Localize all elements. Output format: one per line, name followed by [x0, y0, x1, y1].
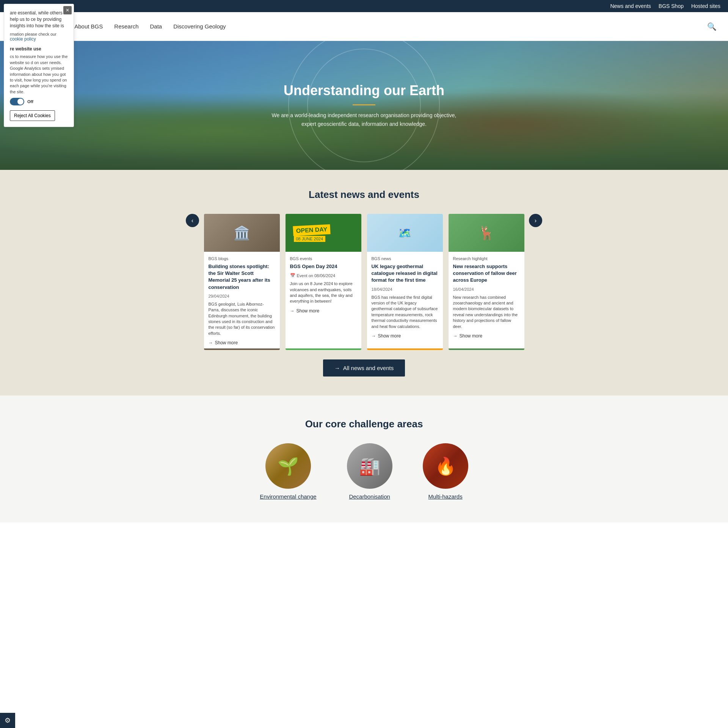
- card-tag-1: BGS blogs: [209, 256, 275, 261]
- news-card-2: OPEN DAY 08 JUNE 2024 BGS events BGS Ope…: [286, 214, 361, 350]
- hero-divider: [353, 104, 375, 105]
- all-news-button[interactable]: → All news and events: [323, 359, 405, 377]
- challenge-label-decarbonisation: Decarbonisation: [349, 493, 390, 500]
- cookie-policy-text: rmation please check our cookie policy: [10, 32, 68, 42]
- card-body-2: BGS events BGS Open Day 2024 📅 Event on …: [286, 252, 361, 318]
- card-title-4: New research supports conservation of fa…: [453, 263, 520, 284]
- nav-bgs-shop[interactable]: BGS Shop: [659, 3, 684, 9]
- main-nav: BGS British Geological Survey About BGS …: [0, 12, 728, 41]
- card-image-4: 🦌: [449, 214, 524, 252]
- card-image-2: OPEN DAY 08 JUNE 2024: [286, 214, 361, 252]
- hero-subtitle: We are a world-leading independent resea…: [269, 111, 459, 128]
- show-more-1[interactable]: → Show more: [209, 340, 238, 345]
- card-bar-2: [286, 348, 361, 350]
- nav-data[interactable]: Data: [150, 21, 162, 31]
- card-body-3: BGS news UK legacy geothermal catalogue …: [367, 252, 443, 343]
- challenge-circle-decarbonisation: 🏭: [347, 443, 392, 489]
- card-image-3: 🗺️: [367, 214, 443, 252]
- card-title-1: Building stones spotlight: the Sir Walte…: [209, 263, 275, 291]
- cookie-policy-link[interactable]: cookie policy: [10, 36, 36, 42]
- news-card-4: 🦌 Research highlight New research suppor…: [449, 214, 524, 350]
- utility-bar: News and events BGS Shop Hosted sites: [0, 0, 728, 12]
- search-button[interactable]: 🔍: [707, 22, 717, 31]
- nav-about-bgs[interactable]: About BGS: [74, 21, 103, 31]
- card-image-1: 🏛️: [204, 214, 280, 252]
- open-day-text: OPEN DAY: [293, 224, 330, 236]
- show-more-4[interactable]: → Show more: [453, 333, 483, 339]
- hero-section: Understanding our Earth We are a world-l…: [0, 41, 728, 170]
- challenge-environmental[interactable]: 🌱 Environmental change: [260, 443, 316, 500]
- challenges-section: Our core challenge areas 🌱 Environmental…: [0, 395, 728, 522]
- card-bar-3: [367, 348, 443, 350]
- cookie-section-title: re website use: [10, 46, 68, 52]
- cookie-section-desc: cs to measure how you use the website so…: [10, 54, 68, 95]
- card-title-2: BGS Open Day 2024: [290, 263, 357, 270]
- card-desc-4: New research has combined zooarchaeology…: [453, 295, 520, 329]
- news-card-3: 🗺️ BGS news UK legacy geothermal catalog…: [367, 214, 443, 350]
- cookie-toggle-row: Off: [10, 98, 68, 105]
- card-desc-2: Join us on 8 June 2024 to explore volcan…: [290, 281, 357, 304]
- open-day-date: 08 JUNE 2024: [294, 236, 326, 242]
- card-bar-1: [204, 348, 280, 350]
- cookie-notice: ✕ are essential, while others help us to…: [4, 4, 74, 127]
- show-more-2[interactable]: → Show more: [290, 308, 320, 314]
- challenge-circle-multi-hazards: 🔥: [423, 443, 468, 489]
- nav-links: About BGS Research Data Discovering Geol…: [74, 21, 707, 31]
- challenge-decarbonisation[interactable]: 🏭 Decarbonisation: [347, 443, 392, 500]
- card-tag-4: Research highlight: [453, 256, 520, 261]
- news-section: Latest news and events ‹ › 🏛️ BGS blogs …: [0, 170, 728, 395]
- challenge-label-environmental: Environmental change: [260, 493, 316, 500]
- cookie-toggle-label: Off: [27, 99, 33, 104]
- cookie-essential-text: are essential, while others help us to c…: [10, 10, 68, 29]
- challenge-label-multi-hazards: Multi-hazards: [428, 493, 463, 500]
- nav-discovering-geology[interactable]: Discovering Geology: [173, 21, 226, 31]
- card-date-1: 29/04/2024: [209, 294, 275, 298]
- nav-research[interactable]: Research: [114, 21, 138, 31]
- all-news-wrapper: → All news and events: [8, 359, 720, 377]
- challenge-circle-environmental: 🌱: [265, 443, 311, 489]
- hero-title: Understanding our Earth: [269, 83, 459, 99]
- card-tag-2: BGS events: [290, 256, 357, 261]
- nav-hosted-sites[interactable]: Hosted sites: [691, 3, 720, 9]
- cookie-close-button[interactable]: ✕: [63, 6, 72, 14]
- nav-news-events[interactable]: News and events: [610, 3, 651, 9]
- hero-content: Understanding our Earth We are a world-l…: [262, 75, 466, 136]
- card-event-2: 📅 Event on 08/06/2024: [290, 273, 357, 278]
- news-section-title: Latest news and events: [8, 189, 720, 201]
- card-body-1: BGS blogs Building stones spotlight: the…: [204, 252, 280, 350]
- card-tag-3: BGS news: [372, 256, 438, 261]
- news-card-1: 🏛️ BGS blogs Building stones spotlight: …: [204, 214, 280, 350]
- card-date-3: 18/04/2024: [372, 287, 438, 292]
- cookie-toggle[interactable]: [10, 98, 24, 105]
- news-cards: 🏛️ BGS blogs Building stones spotlight: …: [201, 214, 527, 350]
- carousel-next-button[interactable]: ›: [529, 214, 542, 227]
- carousel-prev-button[interactable]: ‹: [186, 214, 199, 227]
- challenges-title: Our core challenge areas: [8, 418, 720, 430]
- card-title-3: UK legacy geothermal catalogue released …: [372, 263, 438, 284]
- card-desc-3: BGS has released the first digital versi…: [372, 295, 438, 329]
- reject-cookies-button[interactable]: Reject All Cookies: [10, 110, 55, 121]
- card-date-4: 16/04/2024: [453, 287, 520, 292]
- card-desc-1: BGS geologist, Luis Albornoz-Parra, disc…: [209, 301, 275, 336]
- challenge-multi-hazards[interactable]: 🔥 Multi-hazards: [423, 443, 468, 500]
- card-body-4: Research highlight New research supports…: [449, 252, 524, 343]
- show-more-3[interactable]: → Show more: [372, 333, 401, 339]
- card-bar-4: [449, 348, 524, 350]
- challenges-circles: 🌱 Environmental change 🏭 Decarbonisation…: [8, 443, 720, 500]
